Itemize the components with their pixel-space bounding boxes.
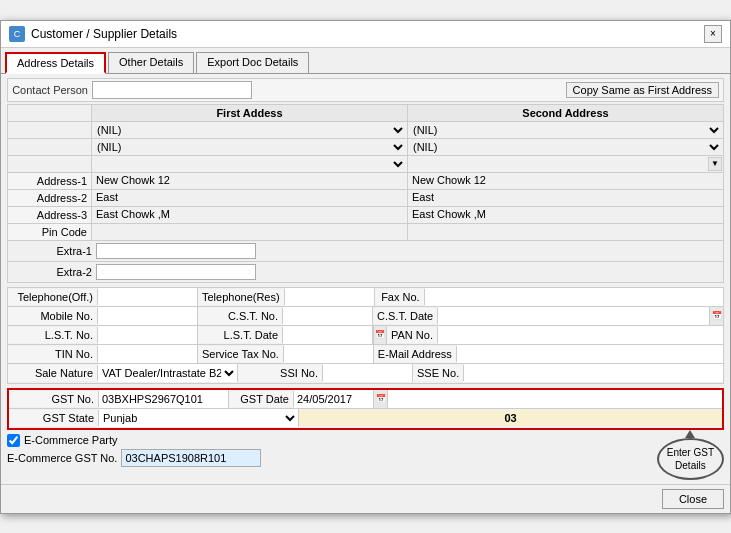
window-close-button[interactable]: × bbox=[704, 25, 722, 43]
ecommerce-gst-label: E-Commerce GST No. bbox=[7, 452, 121, 464]
ssi-label: SSI No. bbox=[238, 365, 323, 381]
email-input[interactable] bbox=[457, 345, 723, 363]
email-label: E-Mail Address bbox=[374, 346, 457, 362]
second-dropdown-2[interactable]: (NIL) bbox=[409, 140, 722, 154]
sale-nature-label: Sale Nature bbox=[8, 365, 98, 381]
balloon-arrow bbox=[685, 430, 695, 438]
detail-section: Telephone(Off.) Telephone(Res) Fax No. M… bbox=[7, 287, 724, 384]
lst-date-calendar-icon[interactable]: 📅 bbox=[373, 326, 387, 344]
ecommerce-section: E-Commerce Party E-Commerce GST No. Ente… bbox=[7, 434, 724, 480]
main-window: C Customer / Supplier Details × Address … bbox=[0, 20, 731, 514]
first-dropdown-2[interactable]: (NIL) bbox=[93, 140, 406, 154]
gst-state-select[interactable]: Punjab bbox=[99, 409, 299, 427]
extra1-label: Extra-1 bbox=[12, 245, 96, 257]
pincode-first-value bbox=[92, 224, 408, 240]
pincode-second-value bbox=[408, 224, 723, 240]
copy-same-as-first-address-button[interactable]: Copy Same as First Address bbox=[566, 82, 719, 98]
telephone-res-label: Telephone(Res) bbox=[198, 289, 285, 305]
ssi-input[interactable] bbox=[323, 364, 413, 382]
ecommerce-party-label: E-Commerce Party bbox=[24, 434, 118, 446]
sse-input[interactable] bbox=[464, 364, 723, 382]
cst-date-label: C.S.T. Date bbox=[373, 308, 438, 324]
extra2-input[interactable] bbox=[96, 264, 256, 280]
contact-person-label: Contact Person bbox=[12, 84, 92, 96]
address2-second-value: East bbox=[408, 190, 723, 206]
tin-input[interactable] bbox=[98, 345, 198, 363]
pincode-label: Pin Code bbox=[8, 224, 92, 240]
telephone-off-label: Telephone(Off.) bbox=[8, 289, 98, 305]
pan-label: PAN No. bbox=[387, 327, 438, 343]
gst-no-label: GST No. bbox=[9, 391, 99, 407]
gst-date-input[interactable] bbox=[294, 390, 374, 408]
pan-input[interactable] bbox=[438, 326, 723, 344]
extra1-input[interactable] bbox=[96, 243, 256, 259]
extra2-label: Extra-2 bbox=[12, 266, 96, 278]
ecommerce-gst-input[interactable] bbox=[121, 449, 261, 467]
lst-date-input[interactable] bbox=[283, 326, 373, 344]
first-dropdown-3[interactable] bbox=[93, 157, 406, 171]
sse-label: SSE No. bbox=[413, 365, 464, 381]
address1-first-value: New Chowk 12 bbox=[92, 173, 408, 189]
telephone-res-input[interactable] bbox=[285, 288, 375, 306]
service-tax-input[interactable] bbox=[284, 345, 374, 363]
address1-label: Address-1 bbox=[8, 173, 92, 189]
tab-other-details[interactable]: Other Details bbox=[108, 52, 194, 73]
gst-section: GST No. GST Date 📅 GST State Punjab 03 bbox=[7, 388, 724, 430]
window-icon: C bbox=[9, 26, 25, 42]
address2-label: Address-2 bbox=[8, 190, 92, 206]
gst-date-label: GST Date bbox=[229, 391, 294, 407]
main-content: Contact Person Copy Same as First Addres… bbox=[1, 74, 730, 484]
address3-first-value: East Chowk ,M bbox=[92, 207, 408, 223]
second-dropdown-1[interactable]: (NIL) bbox=[409, 123, 722, 137]
gst-state-label: GST State bbox=[9, 410, 99, 426]
gst-extra-input[interactable] bbox=[388, 390, 722, 408]
sale-nature-select[interactable]: VAT Dealer/Intrastate B2 bbox=[98, 364, 238, 382]
cst-date-calendar-icon[interactable]: 📅 bbox=[709, 307, 723, 325]
fax-label: Fax No. bbox=[375, 289, 425, 305]
service-tax-label: Service Tax No. bbox=[198, 346, 284, 362]
ecommerce-party-checkbox[interactable] bbox=[7, 434, 20, 447]
cst-no-label: C.S.T. No. bbox=[198, 308, 283, 324]
tab-export-doc-details[interactable]: Export Doc Details bbox=[196, 52, 309, 73]
tin-label: TIN No. bbox=[8, 346, 98, 362]
address3-label: Address-3 bbox=[8, 207, 92, 223]
lst-date-label: L.S.T. Date bbox=[198, 327, 283, 343]
first-dropdown-1[interactable]: (NIL) bbox=[93, 123, 406, 137]
fax-input[interactable] bbox=[425, 288, 723, 306]
address3-second-value: East Chowk ,M bbox=[408, 207, 723, 223]
address2-first-value: East bbox=[92, 190, 408, 206]
second-address-header: Second Address bbox=[408, 105, 723, 121]
lst-no-label: L.S.T. No. bbox=[8, 327, 98, 343]
balloon-text: Enter GSTDetails bbox=[657, 438, 724, 480]
tab-bar: Address Details Other Details Export Doc… bbox=[1, 48, 730, 74]
mobile-input[interactable] bbox=[98, 307, 198, 325]
address1-second-value: New Chowk 12 bbox=[408, 173, 723, 189]
gst-no-input[interactable] bbox=[99, 390, 229, 408]
close-button[interactable]: Close bbox=[662, 489, 724, 509]
footer: Close bbox=[1, 484, 730, 513]
title-bar: C Customer / Supplier Details × bbox=[1, 21, 730, 48]
telephone-off-input[interactable] bbox=[98, 288, 198, 306]
first-address-header: First Addess bbox=[92, 105, 408, 121]
gst-state-code: 03 bbox=[299, 410, 722, 426]
window-title: Customer / Supplier Details bbox=[31, 27, 177, 41]
enter-gst-details-balloon: Enter GSTDetails bbox=[657, 438, 724, 480]
contact-person-input[interactable] bbox=[92, 81, 252, 99]
cst-no-input[interactable] bbox=[283, 307, 373, 325]
mobile-label: Mobile No. bbox=[8, 308, 98, 324]
tab-address-details[interactable]: Address Details bbox=[5, 52, 106, 74]
scroll-indicator: ▼ bbox=[708, 157, 722, 171]
gst-date-calendar-icon[interactable]: 📅 bbox=[374, 390, 388, 408]
lst-no-input[interactable] bbox=[98, 326, 198, 344]
cst-date-input[interactable] bbox=[438, 307, 709, 325]
